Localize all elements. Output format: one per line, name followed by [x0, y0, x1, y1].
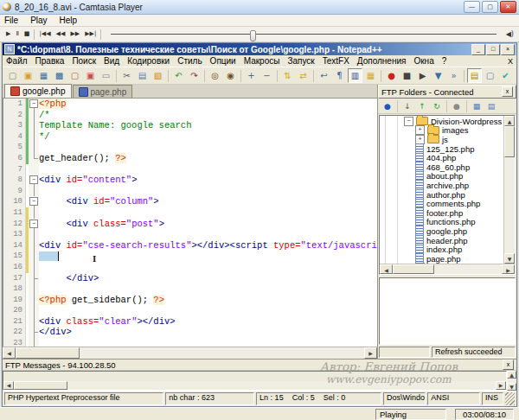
user-dialog-icon[interactable]: ▦ [363, 68, 378, 83]
code-line[interactable]: 18 [3, 283, 377, 295]
scroll-thumb[interactable] [16, 347, 80, 359]
sync-vertical-icon[interactable]: ⇅ [280, 68, 295, 83]
expand-icon[interactable]: + [415, 125, 425, 135]
tree-horizontal-scrollbar[interactable]: ◀ ▶ [380, 264, 515, 274]
notepad-menu-item[interactable]: Поиск [72, 56, 96, 66]
fold-margin[interactable] [29, 110, 39, 121]
notepad-menu-item[interactable]: Кодировки [127, 56, 170, 66]
scroll-up-icon[interactable]: ▲ [507, 371, 516, 379]
code-editor[interactable]: 1<?php2/*3Template Name: google search4*… [3, 99, 377, 347]
tree-item[interactable]: header.php [380, 236, 503, 245]
fold-margin[interactable] [29, 316, 39, 328]
fold-margin[interactable] [29, 196, 39, 207]
close-icon[interactable]: x [502, 86, 513, 97]
macro-run-multiple-icon[interactable]: » [446, 68, 461, 83]
fold-margin[interactable] [29, 186, 39, 197]
notepad-menu-item[interactable]: Запуск [287, 56, 314, 66]
word-wrap-icon[interactable]: ↩ [317, 68, 331, 83]
tree-item[interactable]: footer.php [380, 208, 503, 218]
save-all-icon[interactable]: ▩ [52, 68, 67, 83]
pause-button[interactable]: Ⅱ [13, 29, 21, 40]
play-button[interactable]: ▶ [3, 29, 13, 40]
sync-horizontal-icon[interactable]: ⇄ [296, 68, 311, 83]
fold-margin[interactable] [29, 240, 39, 251]
textfx-icon[interactable]: ✔ [498, 68, 513, 83]
replace-icon[interactable]: ◉ [223, 68, 238, 83]
code-line[interactable]: 10 <div id="column"> [3, 196, 377, 207]
code-line[interactable]: 19<?php get_sidebar(); ?> [3, 295, 377, 306]
stop-button[interactable]: ■ [22, 29, 33, 40]
undo-icon[interactable]: ↶ [171, 68, 186, 83]
close-all-icon[interactable]: ▣ [83, 68, 98, 83]
fold-margin[interactable] [29, 131, 39, 143]
scroll-left-icon[interactable]: ◀ [3, 381, 14, 390]
find-icon[interactable]: ◎ [208, 68, 222, 83]
scroll-thumb[interactable] [14, 381, 67, 390]
skip-end-button[interactable]: ▶▶| [82, 29, 99, 40]
doc-monitor-icon[interactable]: ▢ [483, 68, 497, 83]
code-line[interactable]: 4*/ [3, 131, 377, 143]
upload-icon[interactable]: ↑ [415, 99, 429, 113]
indent-guide-icon[interactable]: ▥ [348, 68, 362, 83]
fold-margin[interactable] [29, 153, 39, 164]
collapse-icon[interactable]: − [404, 117, 413, 126]
tree-item[interactable]: comments.php [380, 199, 503, 208]
fold-margin[interactable] [29, 262, 39, 273]
tab-google.php[interactable]: google.php [4, 84, 72, 98]
tree-item[interactable]: +images [380, 126, 503, 136]
tree-item[interactable]: page.php [380, 254, 503, 264]
scroll-right-icon[interactable]: ▶ [496, 381, 506, 390]
tree-item[interactable]: about.php [380, 172, 503, 181]
scroll-up-icon[interactable]: ▲ [504, 116, 515, 126]
code-line[interactable]: 1<?php [3, 99, 377, 110]
notepad-menu-item[interactable]: Дополнения [357, 56, 407, 66]
close-doc-icon[interactable]: ▢ [67, 68, 82, 83]
tree-item[interactable]: archive.php [380, 181, 503, 190]
notepad-menu-item[interactable]: Вид [104, 56, 119, 66]
code-line[interactable]: 3Template Name: google search [3, 120, 377, 131]
scroll-down-icon[interactable]: ▼ [507, 383, 516, 391]
camtasia-menu-item[interactable]: Help [59, 16, 79, 25]
rewind-button[interactable]: ◀◀ [54, 29, 68, 40]
seek-thumb[interactable] [250, 30, 256, 41]
resize-grip[interactable] [505, 392, 515, 405]
maximize-icon[interactable]: □ [486, 44, 500, 55]
zoom-in-icon[interactable]: + [244, 68, 259, 83]
tree-item[interactable]: +js [380, 135, 503, 144]
code-line[interactable]: 23 [3, 338, 377, 347]
code-line[interactable]: 13 [3, 229, 377, 240]
notepad-menu-item[interactable]: Макросы [244, 56, 280, 66]
fold-margin[interactable] [29, 327, 39, 338]
zoom-out-icon[interactable]: − [260, 68, 274, 83]
tree-item[interactable]: index.php [380, 245, 503, 254]
notepad-titlebar[interactable]: N *C:\dopmat\8. Полезные технические сов… [3, 43, 516, 55]
fold-margin[interactable] [29, 120, 39, 131]
open-file-icon[interactable]: ▣ [21, 68, 35, 83]
camtasia-menu-item[interactable]: Play [29, 16, 48, 25]
notepad-menu-item[interactable]: Файл [6, 56, 28, 66]
fold-margin[interactable] [29, 142, 39, 153]
scroll-right-icon[interactable]: ▶ [364, 347, 377, 359]
notepad-menu-item[interactable]: Окна [413, 56, 433, 66]
redo-icon[interactable]: ↷ [187, 68, 202, 83]
fold-margin[interactable] [29, 229, 39, 240]
fold-margin[interactable] [29, 99, 39, 110]
close-icon[interactable]: ✕ [500, 1, 516, 13]
code-line[interactable]: 5 [3, 142, 377, 153]
new-file-icon[interactable]: ▢ [5, 68, 20, 83]
messages-window-icon[interactable]: ▤ [484, 99, 498, 113]
notepad-menu-item[interactable]: TextFX [323, 56, 349, 66]
fold-margin[interactable] [29, 305, 39, 316]
settings-icon[interactable]: ▦ [470, 99, 484, 113]
cut-icon[interactable]: ✂ [119, 68, 134, 83]
close-icon[interactable]: x [503, 360, 514, 370]
fold-margin[interactable] [29, 219, 39, 230]
code-line[interactable]: 2/* [3, 110, 377, 121]
menubar-close-icon[interactable]: X [508, 57, 513, 66]
paste-icon[interactable]: ▧ [151, 68, 165, 83]
fold-margin[interactable] [29, 283, 39, 295]
print-icon[interactable]: ▭ [99, 68, 113, 83]
tree-item[interactable]: −Division-Wordpress [380, 117, 503, 126]
tree-item[interactable]: 404.php [380, 153, 503, 162]
code-line[interactable]: 15 [3, 251, 377, 262]
